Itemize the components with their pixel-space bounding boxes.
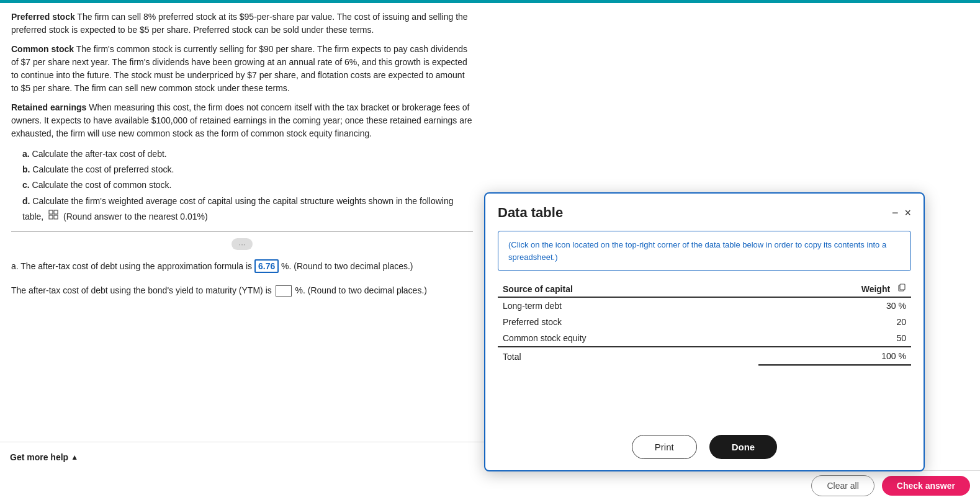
data-table-modal: Data table − × (Click on the icon locate…	[484, 192, 925, 471]
ytm-input[interactable]	[276, 285, 292, 297]
main-content: Preferred stock The firm can sell 8% pre…	[0, 3, 484, 298]
source-total: Total	[498, 347, 758, 365]
question-c: c. Calculate the cost of common stock.	[22, 177, 473, 193]
common-stock-text: The firm's common stock is currently sel…	[11, 44, 467, 93]
table-row: Long-term debt 30 %	[498, 297, 911, 314]
answer-a2-text: The after-tax cost of debt using the bon…	[11, 285, 274, 295]
left-panel: Preferred stock The firm can sell 8% pre…	[0, 3, 484, 471]
done-button[interactable]: Done	[709, 435, 778, 459]
answer-a2-suffix: %. (Round to two decimal places.)	[295, 285, 427, 295]
data-table: Source of capital Weight	[498, 281, 911, 366]
preferred-stock-text: The firm can sell 8% preferred stock at …	[11, 12, 468, 35]
answer-a1: a. The after-tax cost of debt using the …	[11, 259, 473, 274]
get-more-help-button[interactable]: Get more help ▲	[10, 452, 78, 462]
questions-list: a. Calculate the after-tax cost of debt.…	[22, 146, 473, 225]
preferred-stock-label: Preferred stock	[11, 12, 75, 22]
table-row: Preferred stock 20	[498, 314, 911, 330]
answer-a1-text: a. The after-tax cost of debt using the …	[11, 261, 254, 271]
table-row: Common stock equity 50	[498, 330, 911, 347]
preferred-stock-block: Preferred stock The firm can sell 8% pre…	[11, 11, 473, 37]
print-button[interactable]: Print	[632, 435, 697, 459]
modal-controls: − ×	[892, 207, 911, 218]
col-weight-header: Weight	[758, 281, 911, 297]
bottom-action-bar: Clear all Check answer	[487, 470, 980, 500]
question-b: b. Calculate the cost of preferred stock…	[22, 162, 473, 177]
weight-total: 100 %	[758, 347, 911, 365]
common-stock-label: Common stock	[11, 44, 74, 54]
modal-header: Data table − ×	[485, 194, 924, 226]
weight-preferred: 20	[758, 314, 911, 330]
retained-earnings-block: Retained earnings When measuring this co…	[11, 101, 473, 140]
page-container: Preferred stock The firm can sell 8% pre…	[0, 0, 980, 500]
svg-rect-5	[900, 284, 905, 290]
minimize-button[interactable]: −	[892, 207, 899, 218]
svg-rect-1	[54, 210, 58, 214]
svg-rect-0	[49, 210, 53, 214]
answer-a1-value: 6.76	[254, 259, 279, 273]
svg-rect-2	[49, 215, 53, 219]
retained-earnings-label: Retained earnings	[11, 102, 86, 112]
get-more-help-label: Get more help	[10, 452, 68, 462]
answer-a1-suffix: %. (Round to two decimal places.)	[281, 261, 413, 271]
clear-all-button[interactable]: Clear all	[811, 475, 874, 496]
question-a: a. Calculate the after-tax cost of debt.	[22, 146, 473, 162]
modal-body: (Click on the icon located on the top-ri…	[485, 226, 924, 425]
grid-icon[interactable]	[48, 210, 58, 220]
close-button[interactable]: ×	[904, 207, 911, 218]
source-longterm: Long-term debt	[498, 297, 758, 314]
table-header-row: Source of capital Weight	[498, 281, 911, 297]
source-common: Common stock equity	[498, 330, 758, 347]
bottom-bar-left: Get more help ▲	[0, 442, 484, 471]
common-stock-block: Common stock The firm's common stock is …	[11, 43, 473, 95]
col-source-header: Source of capital	[498, 281, 758, 297]
weight-longterm: 30 %	[758, 297, 911, 314]
modal-info-box: (Click on the icon located on the top-ri…	[498, 231, 911, 271]
answer-a2: The after-tax cost of debt using the bon…	[11, 283, 473, 298]
check-answer-button[interactable]: Check answer	[882, 476, 970, 496]
copy-icon[interactable]	[897, 285, 906, 294]
modal-title: Data table	[498, 205, 563, 221]
arrow-up-icon: ▲	[71, 453, 78, 462]
answer-section: a. The after-tax cost of debt using the …	[11, 259, 473, 298]
question-d: d. Calculate the firm's weighted average…	[22, 194, 473, 225]
divider	[11, 231, 473, 232]
modal-info-text: (Click on the icon located on the top-ri…	[508, 240, 886, 262]
svg-rect-3	[54, 215, 58, 219]
collapse-indicator[interactable]: ···	[232, 238, 253, 250]
modal-footer: Print Done	[485, 425, 924, 470]
weight-common: 50	[758, 330, 911, 347]
source-preferred: Preferred stock	[498, 314, 758, 330]
table-total-row: Total 100 %	[498, 347, 911, 365]
